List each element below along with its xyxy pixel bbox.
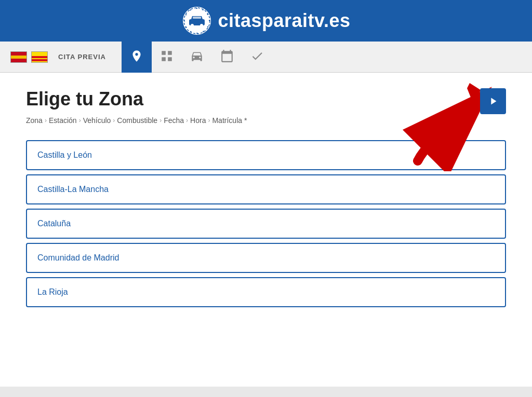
- car-icon: [190, 49, 204, 63]
- breadcrumb-zona[interactable]: Zona: [26, 116, 43, 125]
- zone-item-cataluna[interactable]: Cataluña: [26, 209, 506, 239]
- site-title: citasparaitv.es: [218, 10, 351, 32]
- site-header: citasparaitv.es: [0, 0, 532, 42]
- breadcrumb-sep-4: ›: [159, 117, 162, 124]
- tab-location[interactable]: [122, 42, 152, 73]
- zone-item-label: Cataluña: [37, 219, 71, 228]
- arrow-right-icon: [487, 95, 499, 107]
- calendar-icon: [220, 49, 234, 63]
- page-title: Elige tu Zona: [26, 88, 506, 110]
- svg-point-15: [191, 24, 194, 27]
- zone-item-castilla-leon[interactable]: Castilla y León: [26, 140, 506, 170]
- tab-calendar[interactable]: [212, 42, 242, 73]
- breadcrumb-vehiculo[interactable]: Vehículo: [83, 116, 111, 125]
- main-content: Elige tu Zona Zona › Estación › Vehículo…: [0, 73, 532, 387]
- site-logo: [182, 6, 212, 36]
- tab-grid[interactable]: [152, 42, 182, 73]
- breadcrumb: Zona › Estación › Vehículo › Combustible…: [26, 116, 506, 125]
- tab-check[interactable]: [242, 42, 272, 73]
- zone-item-castilla-la-mancha[interactable]: Castilla-La Mancha: [26, 174, 506, 204]
- breadcrumb-sep-1: ›: [45, 117, 47, 124]
- main-navbar: CITA PREVIA: [0, 42, 532, 73]
- svg-point-16: [200, 24, 203, 27]
- breadcrumb-matricula[interactable]: Matrícula *: [212, 116, 247, 125]
- breadcrumb-sep-6: ›: [208, 117, 210, 124]
- language-flags: [10, 51, 48, 63]
- cita-previa-label: CITA PREVIA: [58, 53, 106, 61]
- breadcrumb-sep-5: ›: [186, 117, 188, 124]
- grid-icon: [160, 49, 174, 63]
- zone-item-la-rioja[interactable]: La Rioja: [26, 277, 506, 307]
- location-icon: [130, 49, 143, 63]
- breadcrumb-combustible[interactable]: Combustible: [117, 116, 157, 125]
- zone-item-label: La Rioja: [37, 288, 68, 296]
- zone-item-label: Castilla y León: [37, 150, 92, 159]
- breadcrumb-estacion[interactable]: Estación: [49, 116, 77, 125]
- breadcrumb-hora[interactable]: Hora: [190, 116, 206, 125]
- step-tabs: [122, 42, 272, 73]
- svg-rect-17: [193, 17, 201, 19]
- flag-spain[interactable]: [10, 51, 27, 63]
- zone-item-comunidad-madrid[interactable]: Comunidad de Madrid: [26, 243, 506, 273]
- zone-item-label: Comunidad de Madrid: [37, 253, 119, 262]
- tab-car[interactable]: [182, 42, 212, 73]
- zone-list: Castilla y León Castilla-La Mancha Catal…: [26, 140, 506, 307]
- next-button[interactable]: [480, 88, 506, 114]
- breadcrumb-sep-2: ›: [79, 117, 81, 124]
- breadcrumb-fecha[interactable]: Fecha: [164, 116, 184, 125]
- flag-catalonia[interactable]: [31, 51, 48, 63]
- breadcrumb-sep-3: ›: [113, 117, 115, 124]
- check-icon: [250, 49, 264, 63]
- zone-item-label: Castilla-La Mancha: [37, 185, 109, 194]
